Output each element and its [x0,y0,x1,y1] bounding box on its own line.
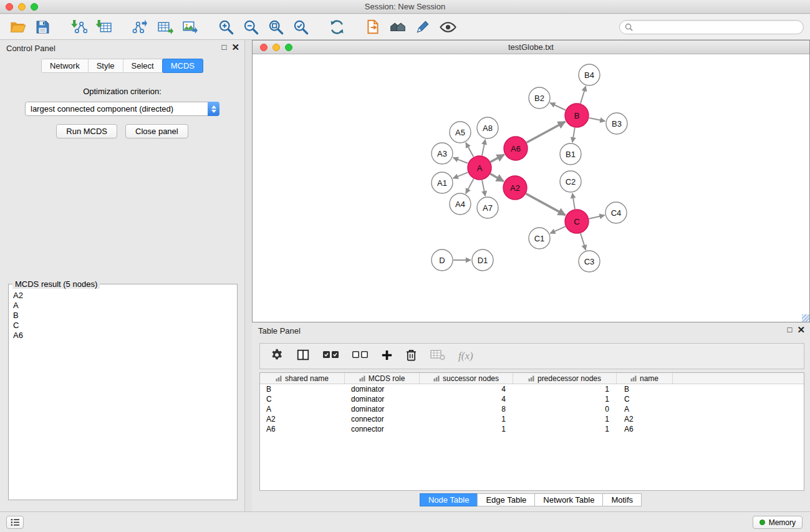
node-A8[interactable]: A8 [477,117,498,138]
node-A5[interactable]: A5 [450,122,471,143]
table-cell[interactable]: 4 [420,384,513,394]
node-D1[interactable]: D1 [472,249,493,271]
tab-edge-table[interactable]: Edge Table [477,493,535,506]
table-cell[interactable]: 1 [513,424,617,434]
table-cell[interactable]: C [260,394,345,404]
result-item[interactable]: A2 [10,291,236,301]
edge-B-B3[interactable] [589,118,605,121]
close-panel-icon[interactable]: ✕ [231,42,239,52]
table-cell[interactable]: C [617,394,673,404]
split-columns-icon[interactable] [296,348,310,364]
tab-network[interactable]: Network [42,59,89,72]
tab-style[interactable]: Style [89,59,123,72]
home-icon[interactable] [385,16,410,37]
node-C2[interactable]: C2 [560,171,581,192]
zoom-in-icon[interactable] [213,16,238,37]
open-session-document-icon[interactable] [360,16,385,37]
zoom-out-icon[interactable] [238,16,263,37]
table-cell[interactable]: connector [345,414,420,424]
table-cell[interactable]: 1 [420,424,513,434]
node-C1[interactable]: C1 [529,228,550,249]
edge-C-C2[interactable] [572,193,575,209]
save-session-icon[interactable] [30,16,55,37]
unselect-all-columns-icon[interactable] [352,349,369,363]
table-cell[interactable]: dominator [345,404,420,414]
tab-mcds[interactable]: MCDS [162,59,203,73]
result-item[interactable]: B [10,311,236,321]
table-cell[interactable]: A2 [260,414,345,424]
node-B4[interactable]: B4 [579,64,600,85]
node-B1[interactable]: B1 [560,143,581,165]
gear-icon[interactable] [270,348,284,364]
edge-A-A2[interactable] [490,174,503,181]
edge-A-A7[interactable] [482,180,485,196]
float-table-panel-icon[interactable]: □ [788,325,793,335]
node-A4[interactable]: A4 [450,193,471,215]
node-A[interactable]: A [468,156,491,180]
table-cell[interactable]: A6 [260,424,345,434]
close-table-panel-icon[interactable]: ✕ [797,325,805,335]
table-cell[interactable]: dominator [345,384,420,394]
result-item[interactable]: A6 [10,331,236,341]
add-row-icon[interactable] [381,349,393,364]
node-C4[interactable]: C4 [605,202,627,223]
memory-button[interactable]: Memory [753,516,803,529]
tab-node-table[interactable]: Node Table [420,493,478,506]
edge-C-C4[interactable] [589,215,605,219]
node-D[interactable]: D [432,249,453,271]
table-row[interactable]: A2connector11A2 [260,414,804,424]
node-C[interactable]: C [565,210,589,233]
node-A6[interactable]: A6 [504,137,528,160]
node-A2[interactable]: A2 [503,176,527,200]
table-row[interactable]: Bdominator41B [260,384,804,394]
edge-B-B1[interactable] [572,128,575,143]
export-image-icon[interactable] [177,16,202,37]
column-header[interactable]: MCDS role [345,373,420,384]
show-graphics-details-icon[interactable] [435,16,460,37]
table-cell[interactable]: 1 [420,414,513,424]
edge-A-A8[interactable] [482,140,485,156]
table-cell[interactable]: A [260,404,345,414]
edge-B-B2[interactable] [550,103,566,110]
run-mcds-button[interactable]: Run MCDS [56,124,117,138]
column-header[interactable]: name [617,373,673,384]
export-network-icon[interactable] [127,16,152,37]
zoom-selected-icon[interactable] [288,16,313,37]
delete-row-icon[interactable] [405,348,417,364]
table-cell[interactable]: dominator [345,394,420,404]
table-row[interactable]: Adominator80A [260,404,804,414]
column-header[interactable]: shared name [260,373,345,384]
edge-C-C3[interactable] [581,233,586,250]
edge-A2-C[interactable] [526,194,566,215]
table-cell[interactable]: A [617,404,673,414]
import-table-icon[interactable] [91,16,116,37]
optimization-criterion-dropdown[interactable]: largest connected component (directed) [25,102,219,116]
edge-A-A4[interactable] [466,179,474,194]
search-field[interactable] [619,20,804,34]
edge-C-C1[interactable] [550,226,566,233]
node-C3[interactable]: C3 [579,251,600,272]
edge-A-A6[interactable] [491,155,504,162]
column-header[interactable]: predecessor nodes [513,373,617,384]
open-file-icon[interactable] [5,16,30,37]
edge-A-A5[interactable] [466,143,473,157]
table-cell[interactable]: A2 [617,414,673,424]
export-table-icon[interactable] [152,16,177,37]
delete-table-icon[interactable] [430,349,446,364]
table-cell[interactable]: A6 [617,424,673,434]
table-cell[interactable]: B [617,384,673,394]
edge-A6-B[interactable] [527,122,566,143]
edge-A-A1[interactable] [453,172,468,178]
edge-A-A3[interactable] [453,158,468,163]
panel-selector-button[interactable] [6,516,24,529]
table-cell[interactable]: 1 [513,394,617,404]
mcds-result-list[interactable]: A2ABCA6 [10,291,236,498]
column-header[interactable]: successor nodes [420,373,513,384]
table-row[interactable]: Cdominator41C [260,394,804,404]
node-B[interactable]: B [565,104,589,127]
edge-B-B4[interactable] [581,86,586,104]
tab-network-table[interactable]: Network Table [534,493,603,506]
table-cell[interactable]: 8 [420,404,513,414]
table-cell[interactable]: 1 [513,414,617,424]
node-B2[interactable]: B2 [529,87,550,109]
